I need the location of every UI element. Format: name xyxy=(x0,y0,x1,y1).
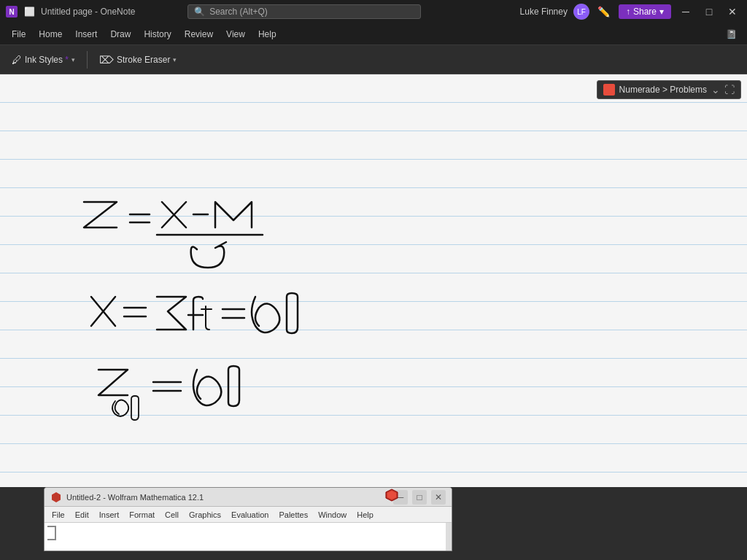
math-menu-insert[interactable]: Insert xyxy=(95,509,124,521)
menu-history[interactable]: History xyxy=(138,26,177,42)
mathematica-maximize-button[interactable]: □ xyxy=(412,490,427,505)
numerade-icon xyxy=(603,84,615,96)
search-bar[interactable]: 🔍 Search (Alt+Q) xyxy=(187,4,421,19)
numerade-bar: Numerade > Problems ⌄ ⛶ xyxy=(597,80,741,99)
minimize-button[interactable]: ─ xyxy=(677,3,694,20)
numerade-expand-button[interactable]: ⌄ xyxy=(711,84,720,96)
menu-home[interactable]: Home xyxy=(33,26,68,42)
menu-bar: File Home Insert Draw History Review Vie… xyxy=(0,23,747,45)
share-icon: ↑ xyxy=(626,7,630,17)
toolbar-separator xyxy=(87,51,88,69)
title-bar-right: Luke Finney LF ✏️ ↑ Share ▾ ─ □ ✕ xyxy=(520,3,741,20)
math-menu-edit[interactable]: Edit xyxy=(71,509,93,521)
menu-help[interactable]: Help xyxy=(252,26,282,42)
math-menu-graphics[interactable]: Graphics xyxy=(185,509,225,521)
share-label: Share xyxy=(633,7,657,17)
bottom-section: Untitled-2 - Wolfram Mathematica 12.1 ─ … xyxy=(0,487,747,560)
mathematica-content[interactable] xyxy=(44,523,452,551)
mathematica-close-button[interactable]: ✕ xyxy=(431,490,446,505)
onenote-logo: N xyxy=(6,6,18,18)
notebooks-button[interactable]: 📓 xyxy=(721,26,741,43)
toolbar: 🖊 Ink Styles * ▾ ⌦ Stroke Eraser ▾ xyxy=(0,45,747,74)
math-menu-file[interactable]: File xyxy=(47,509,69,521)
mathematica-scrollbar[interactable] xyxy=(446,523,452,551)
window-title: Untitled page - OneNote xyxy=(41,7,135,17)
stroke-eraser-label: Stroke Eraser xyxy=(117,55,170,65)
menu-insert[interactable]: Insert xyxy=(69,26,103,42)
ink-styles-dropdown[interactable]: ▾ xyxy=(71,56,75,63)
svg-text:LF: LF xyxy=(577,8,586,16)
menu-review[interactable]: Review xyxy=(179,26,219,42)
pen-icon[interactable]: ✏️ xyxy=(595,3,613,20)
menu-view[interactable]: View xyxy=(220,26,251,42)
username: Luke Finney xyxy=(520,7,568,17)
ink-styles-icon: 🖊 xyxy=(12,54,22,66)
share-dropdown-arrow: ▾ xyxy=(659,7,664,17)
math-menu-evaluation[interactable]: Evaluation xyxy=(227,509,273,521)
page-icon: ⬜ xyxy=(23,6,35,18)
mathematica-title: Untitled-2 - Wolfram Mathematica 12.1 xyxy=(66,493,389,502)
numerade-label: Numerade > Problems xyxy=(619,85,707,95)
math-menu-cell[interactable]: Cell xyxy=(160,509,183,521)
numerade-fullscreen-button[interactable]: ⛶ xyxy=(724,84,735,96)
title-bar: N ⬜ Untitled page - OneNote 🔍 Search (Al… xyxy=(0,0,747,23)
math-menu-window[interactable]: Window xyxy=(314,509,351,521)
math-menu-format[interactable]: Format xyxy=(125,509,159,521)
mathematica-window: Untitled-2 - Wolfram Mathematica 12.1 ─ … xyxy=(44,487,452,551)
avatar: LF xyxy=(573,4,589,20)
math-menu-palettes[interactable]: Palettes xyxy=(274,509,312,521)
math-menu-help[interactable]: Help xyxy=(352,509,378,521)
mathematica-menubar: File Edit Insert Format Cell Graphics Ev… xyxy=(44,507,452,523)
share-button[interactable]: ↑ Share ▾ xyxy=(619,4,671,19)
menu-draw[interactable]: Draw xyxy=(104,26,136,42)
search-icon: 🔍 xyxy=(194,7,205,17)
math-handwriting-area xyxy=(0,74,747,487)
main-content: Numerade > Problems ⌄ ⛶ xyxy=(0,74,747,560)
wolfram-logo xyxy=(50,491,62,503)
stroke-eraser-dropdown[interactable]: ▾ xyxy=(173,56,177,63)
search-placeholder: Search (Alt+Q) xyxy=(209,7,268,17)
svg-marker-20 xyxy=(52,492,61,502)
stroke-eraser-icon: ⌦ xyxy=(99,54,114,66)
mathematica-wolfram-icon xyxy=(383,487,400,504)
close-button[interactable]: ✕ xyxy=(724,3,741,20)
ink-styles-label: Ink Styles * xyxy=(25,55,69,65)
stroke-eraser-button[interactable]: ⌦ Stroke Eraser ▾ xyxy=(93,51,182,69)
menu-file[interactable]: File xyxy=(6,26,31,42)
note-canvas[interactable] xyxy=(0,74,747,487)
maximize-button[interactable]: □ xyxy=(700,3,718,20)
cell-bracket xyxy=(47,526,56,540)
ink-styles-button[interactable]: 🖊 Ink Styles * ▾ xyxy=(6,51,81,69)
